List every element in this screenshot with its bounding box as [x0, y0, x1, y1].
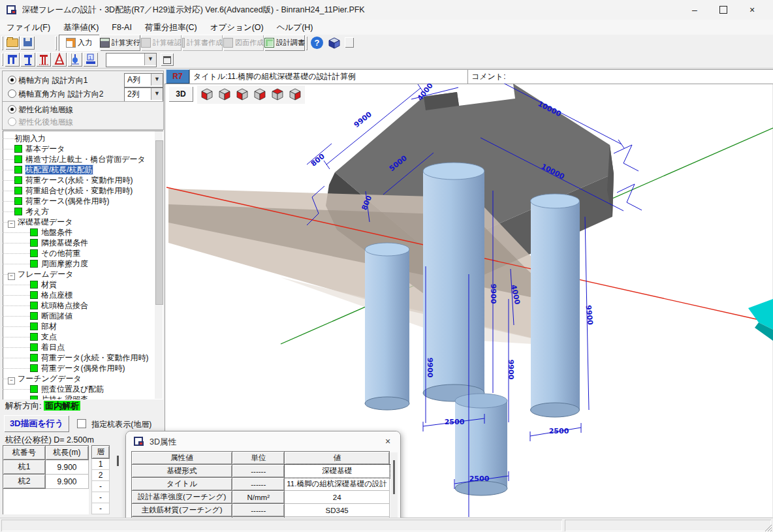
tree-item[interactable]: 照査位置及び配筋 [3, 384, 163, 394]
tree-item[interactable]: 初期入力 [3, 133, 163, 144]
row-combo-2[interactable]: 2列▼ [124, 87, 163, 102]
tree-item[interactable]: 部材 [3, 321, 163, 332]
tree-item-label[interactable]: 地盤条件 [41, 228, 72, 237]
pile-number-cell[interactable]: 杭1 [3, 460, 46, 475]
pier-dashed-button[interactable] [36, 52, 51, 67]
scale-combo[interactable]: ▼ [106, 53, 157, 67]
cube-back-red-button[interactable] [253, 87, 267, 103]
tree-item-label[interactable]: 荷重データ(永続・変動作用時) [41, 353, 149, 362]
tree-item-label[interactable]: 荷重ケース(偶発作用時) [25, 196, 110, 206]
attribute-value-cell[interactable]: 24 [285, 491, 390, 504]
tree-item-label[interactable]: 構造寸法/上載土・橋台背面データ [25, 155, 146, 164]
tree-item[interactable]: 荷重組合せ(永続・変動作用時) [3, 185, 163, 196]
tree-item-label[interactable]: その他荷重 [41, 249, 81, 258]
tree-item[interactable]: 隣接基礎条件 [3, 238, 163, 248]
tree-item[interactable]: 荷重データ(永続・変動作用時) [3, 352, 163, 363]
tree-item-label[interactable]: 材質 [41, 280, 57, 289]
chevron-down-icon[interactable]: ▼ [144, 54, 156, 65]
tree-item[interactable]: 格点座標 [3, 290, 163, 300]
tree-item-label[interactable]: 考え方 [25, 207, 49, 216]
tree-scrollbar[interactable] [155, 131, 163, 399]
menu-item-4[interactable]: オプション(O) [204, 20, 270, 33]
pile-length-cell[interactable]: 9.900 [46, 475, 89, 489]
tree-item[interactable]: −深礎基礎データ [3, 217, 163, 227]
tree-item[interactable]: 構造寸法/上載土・橋台背面データ [3, 154, 163, 164]
cube-top-red-button[interactable] [270, 87, 285, 103]
attribute-value-cell[interactable]: SD345 [285, 504, 390, 517]
cube-right-red-button[interactable] [217, 87, 232, 103]
dialog-title-bar[interactable]: 3D属性 × [126, 431, 400, 451]
menu-item-5[interactable]: ヘルプ(H) [270, 20, 320, 33]
attributes-dialog[interactable]: 3D属性 × 属性値 単位 値 基礎形式------深礎基礎タイトル------… [125, 431, 401, 531]
minimize-button[interactable]: – [680, 0, 709, 20]
tree-item-label[interactable]: 部材 [41, 322, 57, 331]
cube-bottom-red-button[interactable] [288, 87, 302, 103]
menu-item-3[interactable]: 荷重分担率(C) [138, 20, 204, 33]
dialog-vscrollbar[interactable] [390, 452, 398, 525]
help-button[interactable]: ? [311, 37, 323, 49]
tree-item[interactable]: 杭配置/杭長/杭配筋 [3, 164, 163, 175]
radio-direction-1[interactable]: 橋軸方向 設計方向1 [8, 75, 87, 86]
chevron-down-icon[interactable]: ▼ [151, 88, 163, 100]
menu-item-2[interactable]: F8-AI [105, 20, 138, 32]
close-button[interactable]: × [738, 0, 766, 20]
tree-item-label[interactable]: 片持ち梁照査 [41, 395, 88, 399]
cube-front-red-button[interactable] [200, 87, 214, 103]
tree-item-label[interactable]: 基本データ [25, 144, 65, 153]
resize-grip[interactable] [763, 523, 772, 532]
toolbar-button-入力[interactable]: 入力 [59, 35, 99, 51]
tree-item-label[interactable]: 深礎基礎データ [18, 217, 73, 227]
tree-item[interactable]: 周面摩擦力度 [3, 258, 163, 269]
toolbar-button-設計調書[interactable]: 設計調書 [264, 35, 305, 51]
tree-item[interactable]: −フレームデータ [3, 269, 163, 279]
tree-item-label[interactable]: フレームデータ [18, 270, 73, 279]
tree-item-label[interactable]: 周面摩擦力度 [41, 259, 88, 268]
radio-direction-2[interactable]: 橋軸直角方向 設計方向2 [8, 89, 103, 100]
tree-item[interactable]: 荷重データ(偶発作用時) [3, 363, 163, 373]
tree-item-label[interactable]: 支点 [41, 332, 57, 341]
save-file-button[interactable] [20, 36, 35, 50]
tree-item[interactable]: −フーチングデータ [3, 373, 163, 384]
radio-pre-plastic[interactable]: 塑性化前地層線 [8, 104, 73, 116]
pile-number-cell[interactable]: 杭2 [3, 475, 46, 489]
tree-item[interactable]: 荷重ケース(偶発作用時) [3, 196, 163, 206]
layer-scroll-thumb[interactable] [117, 456, 119, 466]
chevron-down-icon[interactable]: ▼ [151, 74, 163, 86]
small-tool-button[interactable] [345, 37, 354, 48]
row-combo-a[interactable]: A列▼ [124, 73, 163, 87]
tree-item-label[interactable]: 格点座標 [41, 290, 72, 300]
tree-item-label[interactable]: 荷重ケース(永続・変動作用時) [25, 176, 133, 185]
tree-item[interactable]: 着目点 [3, 342, 163, 352]
tree-item[interactable]: 地盤条件 [3, 227, 163, 238]
tree-item-label[interactable]: 荷重組合せ(永続・変動作用時) [25, 186, 133, 195]
tree-item-label[interactable]: 隣接基礎条件 [41, 238, 88, 247]
attribute-value-cell[interactable]: 深礎基礎 [285, 465, 390, 478]
tree-item-label[interactable]: フーチングデータ [18, 374, 82, 383]
toolbar-button-計算実行[interactable]: 計算実行 [100, 35, 140, 51]
tree-item-label[interactable]: 杭配置/杭長/杭配筋 [25, 165, 93, 174]
3d-view-icon[interactable] [328, 37, 341, 50]
tree-item-label[interactable]: 荷重データ(偶発作用時) [41, 364, 125, 373]
view-3d-button[interactable]: 3D [168, 86, 193, 102]
maximize-button[interactable] [709, 0, 738, 20]
menu-item-1[interactable]: 基準値(K) [57, 20, 105, 33]
numbered-machine-button[interactable]: 1 [83, 52, 98, 67]
tree-item[interactable]: 材質 [3, 279, 163, 290]
tree-item[interactable]: 片持ち梁照査 [3, 394, 163, 399]
grid-tool-button[interactable] [161, 53, 174, 66]
tree-item-label[interactable]: 杭頭格点接合 [41, 301, 88, 310]
cube-left-red-button[interactable] [235, 87, 249, 103]
tree-item[interactable]: 杭頭格点接合 [3, 300, 163, 311]
tree-item-label[interactable]: 断面諸値 [41, 311, 72, 321]
draw-3d-button[interactable]: 3D描画を行う [4, 415, 69, 432]
attribute-value-cell[interactable]: 11.橋脚の組杭深礎基礎の設計 [285, 478, 390, 491]
tree-item[interactable]: 考え方 [3, 206, 163, 217]
open-file-button[interactable] [5, 36, 20, 50]
pier-side-button[interactable] [20, 52, 35, 67]
pile-length-cell[interactable]: 9.900 [46, 460, 89, 475]
tree-item-label[interactable]: 照査位置及び配筋 [41, 384, 104, 394]
pier-front-button[interactable] [5, 52, 20, 67]
show-pile-checkbox[interactable]: 指定杭表示(地層) [77, 419, 151, 430]
menu-item-0[interactable]: ファイル(F) [0, 20, 57, 33]
tree-item[interactable]: 支点 [3, 332, 163, 342]
